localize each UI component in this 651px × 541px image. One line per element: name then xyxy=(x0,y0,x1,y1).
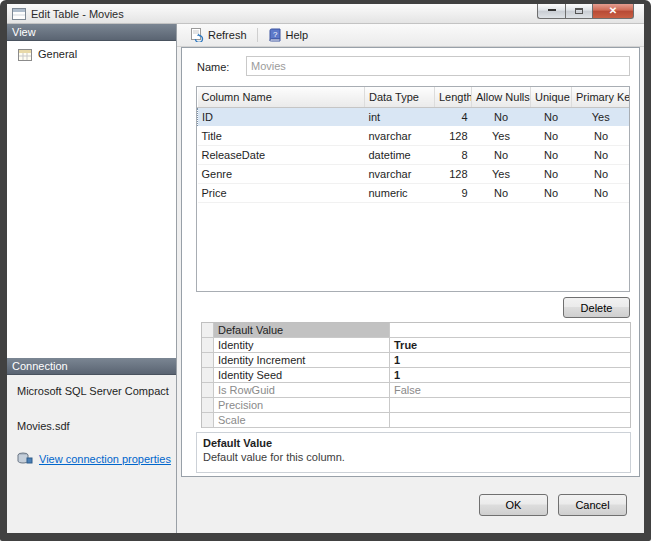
cell-allownulls[interactable]: No xyxy=(472,183,531,202)
cell-primarykey[interactable]: No xyxy=(572,164,631,183)
property-row[interactable]: Identity True xyxy=(202,338,630,353)
maximize-button[interactable] xyxy=(565,4,592,19)
cell-primarykey[interactable]: No xyxy=(572,145,631,164)
sidebar-item-general[interactable]: General xyxy=(7,45,176,63)
sidebar-item-label: General xyxy=(38,48,77,60)
table-icon xyxy=(18,48,33,61)
connection-provider: Microsoft SQL Server Compact xyxy=(17,385,176,397)
view-connection-properties-link[interactable]: View connection properties xyxy=(39,453,171,465)
cell-length[interactable]: 128 xyxy=(435,164,472,183)
cell-unique[interactable]: No xyxy=(531,107,572,126)
edit-table-dialog: Edit Table - Movies ✕ View General xyxy=(7,4,644,533)
cell-name[interactable]: ReleaseDate xyxy=(198,145,365,164)
cell-allownulls[interactable]: No xyxy=(472,107,531,126)
cell-length[interactable]: 8 xyxy=(435,145,472,164)
property-value[interactable]: 1 xyxy=(390,368,630,382)
close-button[interactable]: ✕ xyxy=(592,4,634,19)
property-gutter xyxy=(202,413,214,427)
cell-primarykey[interactable]: Yes xyxy=(572,107,631,126)
cell-unique[interactable]: No xyxy=(531,164,572,183)
property-name[interactable]: Precision xyxy=(214,398,390,412)
property-row[interactable]: Identity Seed 1 xyxy=(202,368,630,383)
property-description-title: Default Value xyxy=(203,437,624,449)
refresh-button[interactable]: Refresh xyxy=(184,25,253,45)
property-value[interactable] xyxy=(390,398,630,412)
property-row[interactable]: Default Value xyxy=(202,323,630,338)
refresh-label: Refresh xyxy=(208,29,247,41)
grid-header-row: Column Name Data Type Length Allow Nulls… xyxy=(198,87,631,107)
property-gutter xyxy=(202,383,214,397)
cell-name[interactable]: ID xyxy=(198,107,365,126)
cell-datatype[interactable]: datetime xyxy=(365,145,435,164)
help-button[interactable]: ? Help xyxy=(262,25,315,45)
name-label: Name: xyxy=(197,61,229,73)
cancel-button[interactable]: Cancel xyxy=(558,494,627,516)
property-value[interactable]: False xyxy=(390,383,630,397)
property-gutter xyxy=(202,338,214,352)
ok-button[interactable]: OK xyxy=(479,494,548,516)
property-name[interactable]: Identity Increment xyxy=(214,353,390,367)
property-value[interactable] xyxy=(390,413,630,427)
property-row[interactable]: Scale xyxy=(202,413,630,428)
table-row[interactable]: Title nvarchar 128 Yes No No xyxy=(198,126,631,145)
property-row[interactable]: Precision xyxy=(202,398,630,413)
table-row[interactable]: Genre nvarchar 128 Yes No No xyxy=(198,164,631,183)
column-header-datatype: Data Type xyxy=(365,87,435,107)
table-row[interactable]: ID int 4 No No Yes xyxy=(198,107,631,126)
cell-primarykey[interactable]: No xyxy=(572,183,631,202)
cell-length[interactable]: 128 xyxy=(435,126,472,145)
toolbar-separator xyxy=(257,28,258,42)
table-name-input[interactable] xyxy=(246,56,630,76)
property-name[interactable]: Default Value xyxy=(214,323,390,337)
cell-allownulls[interactable]: Yes xyxy=(472,126,531,145)
cell-allownulls[interactable]: Yes xyxy=(472,164,531,183)
view-section-header: View xyxy=(7,24,176,41)
cell-unique[interactable]: No xyxy=(531,126,572,145)
window-frame: Edit Table - Movies ✕ View General xyxy=(0,0,651,541)
property-name[interactable]: Identity xyxy=(214,338,390,352)
delete-button[interactable]: Delete xyxy=(563,297,630,318)
window-controls: ✕ xyxy=(537,4,634,19)
maximize-icon xyxy=(575,8,583,14)
property-name[interactable]: Scale xyxy=(214,413,390,427)
dialog-footer: OK Cancel xyxy=(177,477,644,533)
property-name[interactable]: Is RowGuid xyxy=(214,383,390,397)
refresh-icon xyxy=(190,28,204,42)
help-icon: ? xyxy=(268,28,282,42)
property-value[interactable]: 1 xyxy=(390,353,630,367)
column-header-allownulls: Allow Nulls xyxy=(472,87,531,107)
cell-name[interactable]: Genre xyxy=(198,164,365,183)
toolbar: Refresh ? Help xyxy=(177,24,644,47)
cell-allownulls[interactable]: No xyxy=(472,145,531,164)
column-header-unique: Unique xyxy=(531,87,572,107)
cell-datatype[interactable]: nvarchar xyxy=(365,126,435,145)
main-panel: Refresh ? Help Name: xyxy=(177,24,644,533)
help-label: Help xyxy=(286,29,309,41)
column-header-name: Column Name xyxy=(198,87,365,107)
table-row[interactable]: Price numeric 9 No No No xyxy=(198,183,631,202)
cell-unique[interactable]: No xyxy=(531,145,572,164)
cell-name[interactable]: Price xyxy=(198,183,365,202)
property-value[interactable] xyxy=(390,323,630,337)
cell-primarykey[interactable]: No xyxy=(572,126,631,145)
property-name[interactable]: Identity Seed xyxy=(214,368,390,382)
close-icon: ✕ xyxy=(609,6,617,16)
property-gutter xyxy=(202,353,214,367)
cell-name[interactable]: Title xyxy=(198,126,365,145)
property-value[interactable]: True xyxy=(390,338,630,352)
cell-length[interactable]: 9 xyxy=(435,183,472,202)
cell-datatype[interactable]: numeric xyxy=(365,183,435,202)
app-icon xyxy=(12,8,26,20)
minimize-button[interactable] xyxy=(537,4,565,19)
property-row[interactable]: Identity Increment 1 xyxy=(202,353,630,368)
cell-unique[interactable]: No xyxy=(531,183,572,202)
connection-properties-icon xyxy=(17,452,33,465)
property-row[interactable]: Is RowGuid False xyxy=(202,383,630,398)
cell-length[interactable]: 4 xyxy=(435,107,472,126)
window-title: Edit Table - Movies xyxy=(31,8,124,20)
cell-datatype[interactable]: int xyxy=(365,107,435,126)
table-row[interactable]: ReleaseDate datetime 8 No No No xyxy=(198,145,631,164)
property-description: Default Value Default value for this col… xyxy=(196,432,631,473)
cell-datatype[interactable]: nvarchar xyxy=(365,164,435,183)
titlebar[interactable]: Edit Table - Movies ✕ xyxy=(7,4,644,24)
